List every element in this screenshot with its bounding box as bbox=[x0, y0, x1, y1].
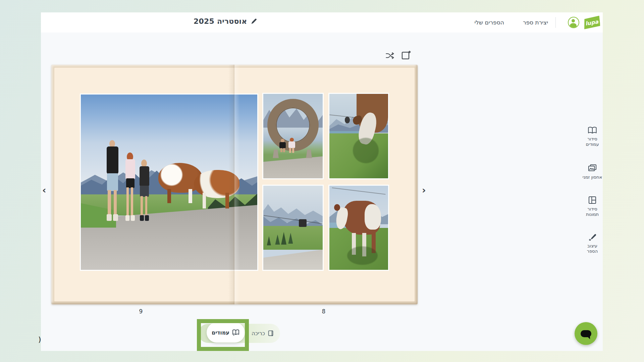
nav-my-books[interactable]: הספרים שלי bbox=[475, 19, 504, 26]
sidebar-item-arrange-photos[interactable]: סידור תמונות bbox=[574, 196, 611, 217]
app-canvas: אוסטריה 2025 lupa יצירת ספר הספרים שלי bbox=[41, 12, 603, 351]
user-avatar-icon[interactable] bbox=[568, 17, 579, 28]
pages-book-pen-icon bbox=[232, 329, 240, 336]
photo-cablecar-valley[interactable] bbox=[262, 185, 324, 271]
sidebar-label: תמונות bbox=[586, 212, 599, 217]
book-spread[interactable] bbox=[51, 65, 418, 304]
photo-family-cows-road[interactable] bbox=[80, 94, 258, 271]
nav-create-book[interactable]: יצירת ספר bbox=[523, 19, 548, 26]
cow-shape bbox=[194, 170, 240, 198]
chat-support-button[interactable] bbox=[575, 322, 597, 345]
sidebar-label: אחסון זמני bbox=[583, 175, 602, 180]
book-title-group: אוסטריה 2025 bbox=[194, 17, 257, 25]
next-spread-arrow[interactable]: › bbox=[422, 186, 426, 195]
prev-spread-arrow[interactable]: ‹ bbox=[42, 186, 46, 195]
header-nav: lupa יצירת ספר הספרים שלי bbox=[475, 12, 600, 33]
sidebar-label: סידור bbox=[587, 206, 597, 212]
view-toggle: כריכה עמודים bbox=[199, 324, 280, 343]
gondola-shape bbox=[299, 219, 307, 227]
pages-tab-label: עמודים bbox=[212, 329, 229, 336]
top-bar: אוסטריה 2025 lupa יצירת ספר הספרים שלי bbox=[41, 12, 603, 33]
photo-cow-grazing[interactable] bbox=[328, 93, 389, 179]
sidebar-item-temp-storage[interactable]: אחסון זמני bbox=[574, 164, 611, 180]
layout-grid-icon bbox=[588, 196, 597, 204]
photo-cow-standing[interactable] bbox=[328, 185, 389, 271]
clipped-edge-glyph: ) bbox=[38, 335, 41, 344]
pen-icon bbox=[588, 233, 597, 241]
lupa-logo-text: lupa bbox=[585, 18, 599, 27]
add-page-icon[interactable] bbox=[401, 50, 412, 61]
page-title[interactable]: אוסטריה 2025 bbox=[194, 17, 247, 25]
sidebar-item-arrange-pages[interactable]: סידור עמודים bbox=[574, 126, 611, 147]
cover-tab-label: כריכה bbox=[252, 330, 265, 337]
cover-tab[interactable]: כריכה bbox=[252, 324, 275, 343]
left-page-number: 9 bbox=[136, 308, 146, 315]
nav-divider bbox=[555, 17, 556, 28]
stacked-photos-icon bbox=[588, 164, 597, 173]
open-book-icon bbox=[588, 126, 597, 134]
person-boy bbox=[138, 160, 151, 221]
cover-pen-icon bbox=[267, 330, 275, 337]
photo-ring-sculpture-kids[interactable] bbox=[262, 93, 324, 179]
sidebar-label: עמודים bbox=[586, 142, 599, 147]
shuffle-layout-icon[interactable] bbox=[385, 51, 395, 60]
sidebar-item-book-design[interactable]: עיצוב הספר bbox=[574, 233, 611, 254]
pages-tab-active[interactable]: עמודים bbox=[207, 322, 245, 343]
sidebar-label: עיצוב bbox=[587, 243, 597, 249]
person-dad bbox=[106, 140, 120, 221]
sidebar-label: סידור bbox=[587, 136, 597, 142]
person-girl bbox=[124, 153, 137, 221]
lupa-logo[interactable]: lupa bbox=[584, 16, 600, 29]
gondola-shape bbox=[345, 117, 350, 123]
chat-bubble-icon bbox=[581, 330, 591, 337]
sidebar-label: הספר bbox=[587, 249, 598, 254]
edit-title-pencil-icon[interactable] bbox=[251, 18, 257, 25]
right-page-number: 8 bbox=[319, 308, 329, 315]
